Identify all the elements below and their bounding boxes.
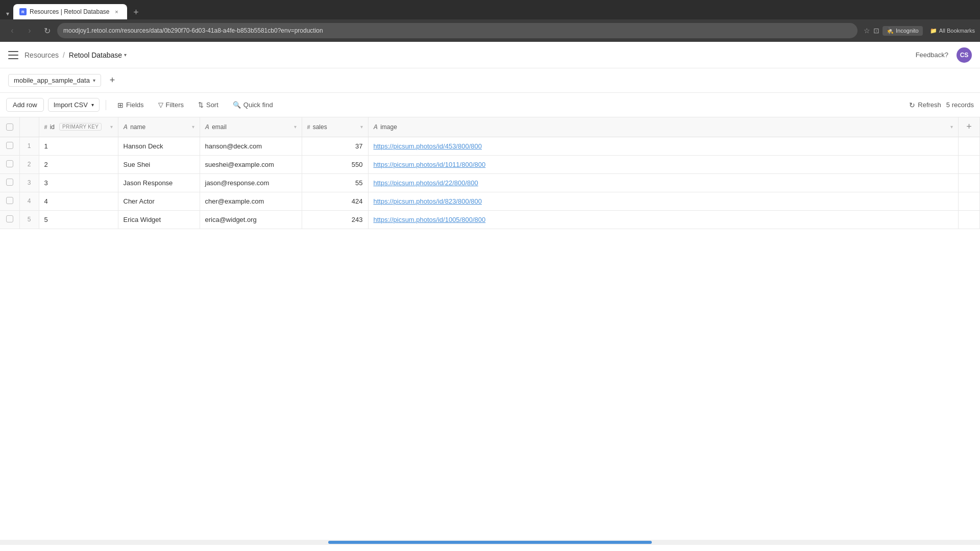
tab-title: Resources | Retool Database [30,8,110,15]
row-image[interactable]: https://picsum.photos/id/453/800/800 [368,137,959,155]
sort-label: Sort [206,101,218,109]
row-checkbox[interactable] [6,179,13,186]
row-checkbox[interactable] [6,215,13,222]
add-column-icon[interactable]: + [966,121,972,132]
table-row[interactable]: 4 4 Cher Actor cher@example.com 424 http… [0,192,980,210]
image-col-sort-icon[interactable]: ▾ [950,124,953,130]
breadcrumb: Resources / Retool Database ▾ [24,51,127,59]
select-all-checkbox[interactable] [6,123,13,131]
row-name: Hanson Deck [118,137,200,155]
row-checkbox[interactable] [6,197,13,204]
row-id: 1 [39,137,118,155]
image-link[interactable]: https://picsum.photos/id/1005/800/800 [374,216,486,223]
new-tab-btn[interactable]: + [129,5,143,19]
filters-button[interactable]: ▽ Filters [153,98,189,111]
row-checkbox[interactable] [6,142,13,149]
add-row-button[interactable]: Add row [6,98,44,112]
import-csv-button[interactable]: Import CSV ▾ [48,98,100,112]
row-add-cell [959,155,980,173]
refresh-label: Refresh [918,101,941,109]
breadcrumb-current-db[interactable]: Retool Database ▾ [69,51,127,59]
table-row[interactable]: 5 5 Erica Widget erica@widget.org 243 ht… [0,210,980,229]
row-number: 2 [19,155,39,173]
row-id: 2 [39,155,118,173]
add-column-header[interactable]: + [959,117,980,137]
row-checkbox-cell[interactable] [0,173,19,192]
row-image[interactable]: https://picsum.photos/id/1005/800/800 [368,210,959,229]
breadcrumb-resources[interactable]: Resources [24,51,59,59]
address-bar[interactable]: moodjoy1.retool.com/resources/data/0b290… [57,23,857,38]
row-name: Erica Widget [118,210,200,229]
row-sales: 550 [302,155,368,173]
hamburger-menu[interactable] [8,51,18,59]
col-name-header[interactable]: A name ▾ [118,117,200,137]
col-id-header[interactable]: # id PRIMARY KEY ▾ [39,117,118,137]
fields-grid-icon: ⊞ [117,101,124,109]
row-checkbox-cell[interactable] [0,210,19,229]
toolbar-separator-1 [106,100,106,110]
name-col-sort-icon[interactable]: ▾ [192,124,194,130]
row-email: cher@example.com [200,192,302,210]
sales-col-sort-icon[interactable]: ▾ [360,124,363,130]
incognito-badge: 🕵 Incognito [883,26,923,36]
col-email-header[interactable]: A email ▾ [200,117,302,137]
import-csv-label: Import CSV [54,101,88,109]
user-avatar[interactable]: CS [957,47,972,63]
tab-dropdown-btn[interactable]: ▾ [4,8,11,19]
quick-find-button[interactable]: 🔍 Quick find [228,98,278,111]
select-all-header[interactable] [0,117,19,137]
quick-find-label: Quick find [243,101,273,109]
table-row[interactable]: 1 1 Hanson Deck hanson@deck.com 37 https… [0,137,980,155]
email-col-sort-icon[interactable]: ▾ [294,124,297,130]
name-col-label: name [130,123,145,131]
import-chevron-icon: ▾ [91,102,94,108]
primary-key-badge: PRIMARY KEY [59,123,102,131]
row-image[interactable]: https://picsum.photos/id/1011/800/800 [368,155,959,173]
text-type-icon-name: A [124,123,128,131]
image-link[interactable]: https://picsum.photos/id/453/800/800 [374,142,482,150]
col-sales-header[interactable]: # sales ▾ [302,117,368,137]
image-link[interactable]: https://picsum.photos/id/1011/800/800 [374,161,486,168]
row-add-cell [959,210,980,229]
add-table-btn[interactable]: + [105,73,119,88]
text-type-icon-email: A [205,123,210,131]
image-link[interactable]: https://picsum.photos/id/22/800/800 [374,179,478,187]
table-row[interactable]: 2 2 Sue Shei sueshei@example.com 550 htt… [0,155,980,173]
split-view-icon[interactable]: ⊡ [873,27,879,35]
records-count: 5 records [946,101,974,109]
row-add-cell [959,137,980,155]
row-image[interactable]: https://picsum.photos/id/22/800/800 [368,173,959,192]
image-link[interactable]: https://picsum.photos/id/823/800/800 [374,197,482,205]
nav-refresh-btn[interactable]: ↻ [40,23,54,38]
refresh-button[interactable]: ↻ Refresh [909,101,941,109]
row-name: Cher Actor [118,192,200,210]
sales-col-label: sales [313,123,327,131]
row-sales: 37 [302,137,368,155]
table-row[interactable]: 3 3 Jason Response jason@response.com 55… [0,173,980,192]
bookmark-star[interactable]: ☆ [864,27,870,35]
row-number: 4 [19,192,39,210]
feedback-btn[interactable]: Feedback? [916,51,948,59]
nav-back-btn[interactable]: ‹ [5,23,19,38]
fields-button[interactable]: ⊞ Fields [112,98,149,112]
row-add-cell [959,192,980,210]
image-col-label: image [380,123,397,131]
row-checkbox[interactable] [6,160,13,167]
all-bookmarks-area[interactable]: 📁 All Bookmarks [930,28,975,34]
row-image[interactable]: https://picsum.photos/id/823/800/800 [368,192,959,210]
row-checkbox-cell[interactable] [0,192,19,210]
hash-type-icon-sales: # [307,124,310,130]
id-col-sort-icon[interactable]: ▾ [110,124,113,130]
tab-close-btn[interactable]: × [113,8,121,16]
table-name: mobile_app_sample_data [14,77,90,84]
row-checkbox-cell[interactable] [0,137,19,155]
sort-icon: ⇅ [198,101,204,109]
horizontal-scrollbar[interactable] [0,540,980,545]
active-tab[interactable]: R Resources | Retool Database × [13,4,127,19]
url-text: moodjoy1.retool.com/resources/data/0b290… [63,27,323,34]
nav-forward-btn[interactable]: › [22,23,37,38]
row-checkbox-cell[interactable] [0,155,19,173]
col-image-header[interactable]: A image ▾ [368,117,959,137]
sort-button[interactable]: ⇅ Sort [193,98,224,111]
table-selector[interactable]: mobile_app_sample_data ▾ [8,74,101,87]
